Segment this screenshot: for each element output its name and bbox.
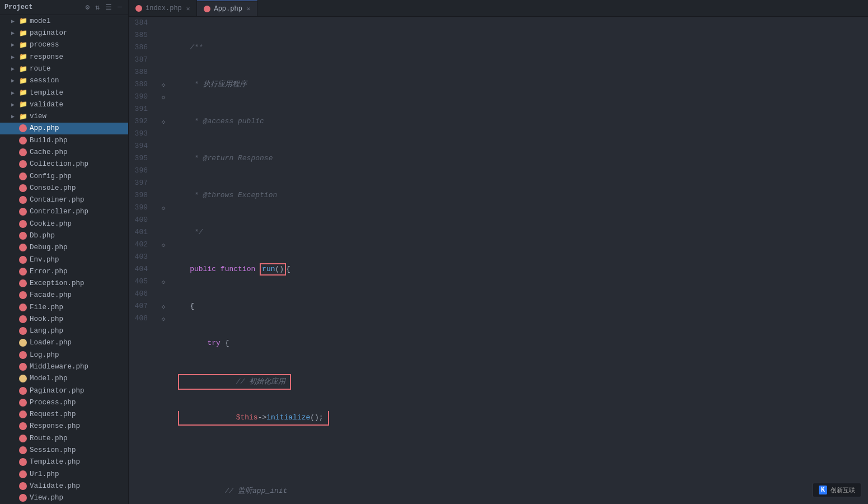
editor-area: index.php ✕ App.php ✕ 384 385 386 387 38… [129,0,868,504]
minimize-icon[interactable]: — [116,2,124,12]
line-num: 408 [129,312,152,325]
gutter-fold[interactable]: ◇ [158,239,169,251]
sidebar-file-controller-php[interactable]: Controller.php [0,206,128,218]
sidebar-file-url-php[interactable]: Url.php [0,468,128,480]
gutter-cell [158,103,169,115]
file-label: Hook.php [30,315,63,323]
code-line-388: * @throws Exception [171,189,868,202]
file-label: Config.php [30,172,72,180]
sidebar-file-request-php[interactable]: Request.php [0,409,128,421]
tab-app-php[interactable]: App.php ✕ [197,1,257,16]
sidebar-item-response[interactable]: ▶ 📁 response [0,51,128,63]
settings-icon[interactable]: ⚙ [84,2,92,12]
sidebar-item-model[interactable]: ▶ 📁 model [0,15,128,27]
sidebar-file-loader-php[interactable]: Loader.php [0,337,128,349]
sidebar-file-response-php[interactable]: Response.php [0,421,128,432]
sidebar-item-view[interactable]: ▶ 📁 view [0,111,128,123]
folder-label: validate [30,101,63,109]
file-label: Session.php [30,446,76,454]
folder-label: model [30,17,51,25]
sidebar-file-container-php[interactable]: Container.php [0,194,128,206]
folder-label: view [30,113,46,120]
sidebar-file-log-php[interactable]: Log.php [0,349,128,361]
sidebar-file-model-php[interactable]: Model.php [0,373,128,385]
file-label: Facade.php [30,291,72,299]
sidebar-item-paginator[interactable]: ▶ 📁 paginator [0,27,128,39]
sidebar-file-facade-php[interactable]: Facade.php [0,290,128,301]
sidebar-file-console-php[interactable]: Console.php [0,182,128,194]
sidebar-file-session-php[interactable]: Session.php [0,444,128,456]
gutter-cell [158,152,169,165]
sidebar-file-debug-php[interactable]: Debug.php [0,242,128,254]
line-num: 396 [129,165,152,177]
file-label: Debug.php [30,244,68,251]
sidebar-item-process[interactable]: ▶ 📁 process [0,39,128,51]
gutter-cell [158,128,169,140]
line-num: 386 [129,41,152,54]
code-gutter: ◇ ◇ ◇ ◇ ◇ ◇ ◇ ◇ [158,17,169,504]
sidebar-file-cookie-php[interactable]: Cookie.php [0,218,128,230]
sidebar-file-process-php[interactable]: Process.php [0,396,128,408]
sidebar-file-collection-php[interactable]: Collection.php [0,158,128,170]
sidebar-file-app-php[interactable]: App.php [0,123,128,134]
line-num: 406 [129,288,152,300]
sidebar-item-route[interactable]: ▶ 📁 route [0,63,128,74]
config-icon[interactable]: ☰ [104,2,114,12]
code-line-386: * @access public [171,115,868,128]
code-container[interactable]: 384 385 386 387 388 389 390 391 392 393 … [129,17,868,504]
sidebar-item-validate[interactable]: ▶ 📁 validate [0,99,128,110]
sidebar-file-paginator-php[interactable]: Paginator.php [0,385,128,396]
sidebar-header: Project ⚙ ⇅ ☰ — [0,0,128,15]
sidebar-file-build-php[interactable]: Build.php [0,134,128,146]
watermark: K 创新互联 [813,483,861,497]
file-label: Db.php [30,232,55,240]
sidebar-item-template[interactable]: ▶ 📁 template [0,87,128,99]
sidebar-file-template-php[interactable]: Template.php [0,456,128,468]
gutter-fold[interactable]: ◇ [158,300,169,312]
folder-label: paginator [30,29,68,37]
tab-close-icon[interactable]: ✕ [186,5,190,12]
code-line-385: * 执行应用程序 [171,78,868,91]
line-num: 400 [129,214,152,226]
sidebar-file-config-php[interactable]: Config.php [0,170,128,182]
gutter-fold[interactable]: ◇ [158,78,169,91]
gutter-fold[interactable]: ◇ [158,91,169,103]
gutter-fold[interactable]: ◇ [158,115,169,128]
folder-label: route [30,65,51,73]
file-label: Response.php [30,422,80,430]
sidebar-file-lang-php[interactable]: Lang.php [0,325,128,337]
line-num: 407 [129,300,152,312]
gutter-fold[interactable]: ◇ [158,312,169,325]
tab-icon [135,5,142,12]
sidebar-item-session[interactable]: ▶ 📁 session [0,75,128,87]
sidebar-file-exception-php[interactable]: Exception.php [0,277,128,289]
line-num: 390 [129,91,152,103]
gutter-cell [158,214,169,226]
line-num: 399 [129,202,152,214]
sidebar-file-db-php[interactable]: Db.php [0,230,128,241]
file-label: Process.php [30,399,76,407]
sidebar-file-route-php[interactable]: Route.php [0,432,128,444]
line-num: 392 [129,115,152,128]
sidebar-file-view-php[interactable]: View.php [0,492,128,504]
tab-close-icon[interactable]: ✕ [247,5,251,12]
sidebar-file-hook-php[interactable]: Hook.php [0,313,128,325]
line-numbers: 384 385 386 387 388 389 390 391 392 393 … [129,17,158,504]
gutter-fold[interactable]: ◇ [158,276,169,288]
sidebar-file-cache-php[interactable]: Cache.php [0,146,128,158]
sidebar: Project ⚙ ⇅ ☰ — ▶ 📁 model ▶ 📁 paginator … [0,0,129,504]
line-num: 388 [129,66,152,78]
sidebar-file-middleware-php[interactable]: Middleware.php [0,361,128,372]
code-line-395 [171,448,868,460]
sidebar-file-file-php[interactable]: File.php [0,301,128,313]
sidebar-file-error-php[interactable]: Error.php [0,265,128,277]
project-title: Project [4,3,81,11]
gutter-fold[interactable]: ◇ [158,202,169,214]
sort-icon[interactable]: ⇅ [93,2,101,12]
tab-index-php[interactable]: index.php ✕ [129,1,197,16]
gutter-cell [158,189,169,202]
file-label: Log.php [30,351,59,359]
code-lines[interactable]: /** * 执行应用程序 * @access public * @return … [169,17,868,504]
sidebar-file-env-php[interactable]: Env.php [0,254,128,265]
sidebar-file-validate-php[interactable]: Validate.php [0,480,128,492]
